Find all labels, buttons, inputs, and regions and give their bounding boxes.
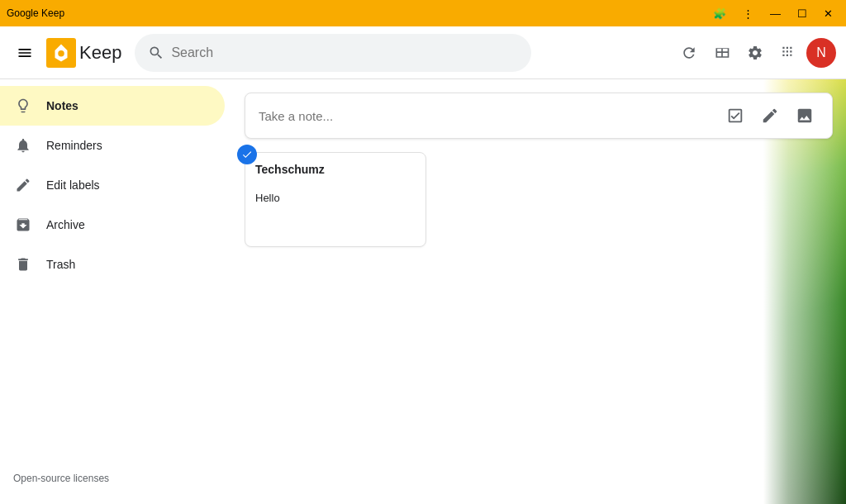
- note-card[interactable]: Techschumz Hello: [245, 152, 426, 247]
- note-emoji-button[interactable]: [302, 214, 321, 236]
- logo-text: Keep: [79, 42, 121, 64]
- image-icon: [796, 107, 814, 125]
- maximize-button[interactable]: ☐: [791, 4, 814, 23]
- title-menu-icon: ⋮: [743, 7, 753, 20]
- sidebar-footer[interactable]: Open-source licenses: [0, 466, 231, 497]
- sidebar-item-reminders-label: Reminders: [46, 139, 102, 152]
- hamburger-icon: [17, 45, 33, 61]
- title-menu-button[interactable]: ⋮: [736, 4, 760, 23]
- minimize-button[interactable]: —: [763, 4, 787, 23]
- note-card-header: Techschumz: [255, 163, 416, 185]
- sidebar-item-archive[interactable]: Archive: [0, 205, 225, 245]
- note-image-button[interactable]: [325, 214, 345, 236]
- note-title: Techschumz: [255, 163, 325, 176]
- take-note-input[interactable]: [259, 109, 721, 123]
- note-checked-badge: [237, 145, 257, 164]
- puzzle-button[interactable]: 🧩: [706, 4, 733, 23]
- title-bar: Google Keep 🧩 ⋮ — ☐ ✕: [0, 0, 846, 26]
- grid-icon: [714, 45, 730, 61]
- checklist-icon: [726, 107, 744, 125]
- reminders-icon: [13, 137, 33, 154]
- content-area: Techschumz Hello: [231, 79, 846, 504]
- note-body: Hello: [255, 192, 416, 204]
- app-header: Keep N: [0, 26, 846, 79]
- checklist-button[interactable]: [721, 102, 749, 130]
- note-composer-actions: [721, 102, 819, 130]
- search-input[interactable]: [171, 45, 518, 60]
- sidebar: Notes Reminders Edit labels Archive Tras…: [0, 79, 231, 504]
- apps-icon: [780, 45, 796, 61]
- settings-icon: [747, 45, 763, 61]
- layout-toggle-button[interactable]: [707, 38, 737, 68]
- note-composer[interactable]: [245, 93, 833, 139]
- hamburger-menu-button[interactable]: [10, 38, 40, 68]
- note-collaborator-button[interactable]: [278, 214, 298, 236]
- archive-icon: [13, 216, 33, 233]
- trash-icon: [13, 256, 33, 273]
- edit-labels-icon: [13, 177, 33, 193]
- search-icon: [148, 45, 164, 61]
- sidebar-item-notes-label: Notes: [46, 99, 78, 112]
- refresh-icon: [681, 45, 697, 61]
- sidebar-item-notes[interactable]: Notes: [0, 86, 225, 126]
- note-reminder-button[interactable]: [255, 214, 275, 236]
- logo-area: Keep: [46, 38, 121, 68]
- drawing-icon: [761, 107, 779, 125]
- drawing-button[interactable]: [756, 102, 784, 130]
- puzzle-icon: 🧩: [713, 7, 726, 20]
- notes-grid: Techschumz Hello: [245, 152, 833, 247]
- keep-logo-icon: [46, 38, 76, 68]
- title-bar-app-name: Google Keep: [7, 7, 64, 19]
- avatar[interactable]: N: [806, 38, 836, 68]
- sidebar-item-trash-label: Trash: [46, 258, 75, 271]
- header-actions: N: [674, 38, 836, 68]
- sidebar-item-reminders[interactable]: Reminders: [0, 126, 225, 165]
- settings-button[interactable]: [740, 38, 770, 68]
- main-layout: Notes Reminders Edit labels Archive Tras…: [0, 79, 846, 504]
- background-image: [763, 79, 846, 504]
- sidebar-item-trash[interactable]: Trash: [0, 245, 225, 284]
- close-button[interactable]: ✕: [817, 4, 839, 23]
- sidebar-item-edit-labels[interactable]: Edit labels: [0, 165, 225, 205]
- refresh-button[interactable]: [674, 38, 704, 68]
- image-button[interactable]: [791, 102, 819, 130]
- apps-button[interactable]: [773, 38, 803, 68]
- sidebar-item-archive-label: Archive: [46, 218, 85, 231]
- title-bar-left: Google Keep: [7, 7, 64, 19]
- note-archive-button[interactable]: [348, 214, 368, 236]
- search-bar[interactable]: [135, 34, 531, 72]
- sidebar-item-edit-labels-label: Edit labels: [46, 178, 100, 192]
- note-more-button[interactable]: [371, 214, 391, 236]
- notes-icon: [13, 97, 33, 114]
- svg-point-1: [58, 50, 64, 57]
- title-bar-controls: 🧩 ⋮ — ☐ ✕: [706, 4, 839, 23]
